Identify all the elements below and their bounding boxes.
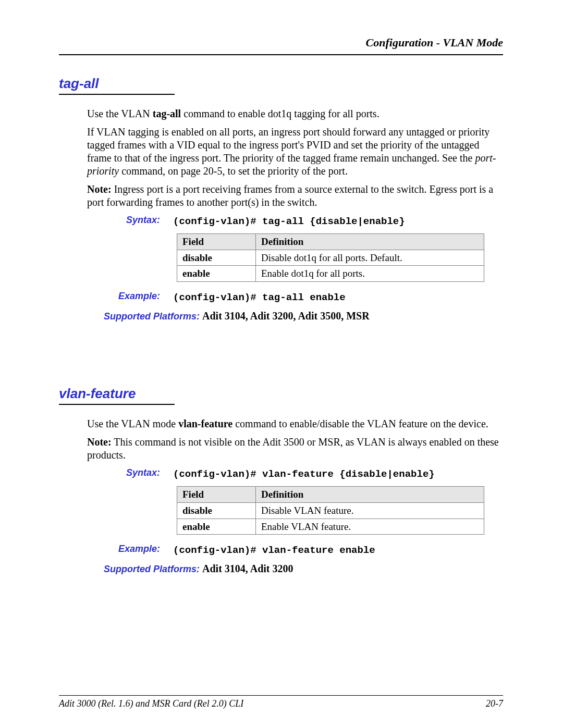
table-row: enable Enable dot1q for all ports. [177, 266, 484, 282]
platforms-row: Supported Platforms: Adit 3104, Adit 320… [104, 310, 503, 323]
platforms-row: Supported Platforms: Adit 3104, Adit 320… [104, 562, 503, 575]
note-paragraph: Note: This command is not visible on the… [87, 436, 503, 462]
section-body-tag-all: Use the VLAN tag-all command to enable d… [87, 107, 503, 323]
syntax-row: Syntax: (config-vlan)# vlan-feature {dis… [87, 467, 503, 481]
running-header: Configuration - VLAN Mode [59, 35, 503, 55]
table-cell-field: enable [177, 266, 256, 282]
section-body-vlan-feature: Use the VLAN mode vlan-feature command t… [87, 417, 503, 575]
table-cell-definition: Disable VLAN feature. [256, 502, 484, 519]
table-header-row: Field Definition [177, 487, 484, 503]
text: If VLAN tagging is enabled on all ports,… [87, 126, 489, 164]
text: command to enable/disable the VLAN featu… [232, 418, 488, 429]
example-row: Example: (config-vlan)# vlan-feature ena… [87, 543, 503, 557]
syntax-label: Syntax: [87, 214, 160, 226]
table-cell-field: disable [177, 502, 256, 519]
paragraph: Use the VLAN tag-all command to enable d… [87, 107, 503, 120]
example-label: Example: [87, 543, 160, 555]
paragraph: If VLAN tagging is enabled on all ports,… [87, 126, 503, 178]
bold-text: vlan-feature [178, 418, 232, 429]
text: command to enable dot1q tagging for all … [181, 108, 379, 119]
table-cell-definition: Enable dot1q for all ports. [256, 266, 484, 282]
table-cell-definition: Disable dot1q for all ports. Default. [256, 250, 484, 266]
table-header-row: Field Definition [177, 233, 484, 250]
table-row: enable Enable VLAN feature. [177, 519, 484, 535]
text: Use the VLAN mode [87, 418, 178, 429]
heading-rule [59, 94, 175, 95]
footer-page-number: 20-7 [486, 698, 503, 710]
note-text: This command is not visible on the Adit … [87, 436, 499, 461]
heading-rule [59, 404, 175, 405]
example-row: Example: (config-vlan)# tag-all enable [87, 290, 503, 304]
table-cell-field: disable [177, 250, 256, 266]
table-cell-field: enable [177, 519, 256, 535]
syntax-command: (config-vlan)# tag-all {disable|enable} [173, 216, 405, 228]
spacer [59, 328, 503, 385]
note-label: Note: [87, 183, 112, 195]
page-footer: Adit 3000 (Rel. 1.6) and MSR Card (Rel 2… [59, 695, 503, 710]
platforms-value: Adit 3104, Adit 3200, Adit 3500, MSR [202, 310, 370, 322]
section-heading-tag-all: tag-all [59, 75, 503, 92]
syntax-command: (config-vlan)# vlan-feature {disable|ena… [173, 468, 435, 481]
table-header-definition: Definition [256, 487, 484, 503]
table-cell-definition: Enable VLAN feature. [256, 519, 484, 535]
syntax-row: Syntax: (config-vlan)# tag-all {disable|… [87, 214, 503, 228]
example-label: Example: [87, 290, 160, 302]
platforms-value: Adit 3104, Adit 3200 [202, 563, 293, 574]
section-heading-vlan-feature: vlan-feature [59, 385, 503, 402]
note-label: Note: [87, 436, 112, 448]
text: command, on page 20-5, to set the priori… [119, 165, 348, 177]
bold-text: tag-all [153, 108, 181, 119]
text: Use the VLAN [87, 108, 153, 119]
paragraph: Use the VLAN mode vlan-feature command t… [87, 417, 503, 430]
fields-table: Field Definition disable Disable VLAN fe… [177, 486, 484, 535]
table-header-field: Field [177, 487, 256, 503]
syntax-label: Syntax: [87, 467, 160, 479]
table-row: disable Disable VLAN feature. [177, 502, 484, 519]
note-paragraph: Note: Ingress port is a port receiving f… [87, 183, 503, 209]
table-header-definition: Definition [256, 233, 484, 250]
fields-table: Field Definition disable Disable dot1q f… [177, 233, 484, 282]
platforms-label: Supported Platforms: [104, 311, 200, 323]
example-command: (config-vlan)# tag-all enable [173, 292, 346, 304]
table-header-field: Field [177, 233, 256, 250]
page-content: Configuration - VLAN Mode tag-all Use th… [59, 35, 503, 581]
footer-left: Adit 3000 (Rel. 1.6) and MSR Card (Rel 2… [59, 698, 243, 710]
note-text: Ingress port is a port receiving frames … [87, 183, 493, 208]
table-row: disable Disable dot1q for all ports. Def… [177, 250, 484, 266]
example-command: (config-vlan)# vlan-feature enable [173, 545, 375, 557]
platforms-label: Supported Platforms: [104, 563, 200, 575]
